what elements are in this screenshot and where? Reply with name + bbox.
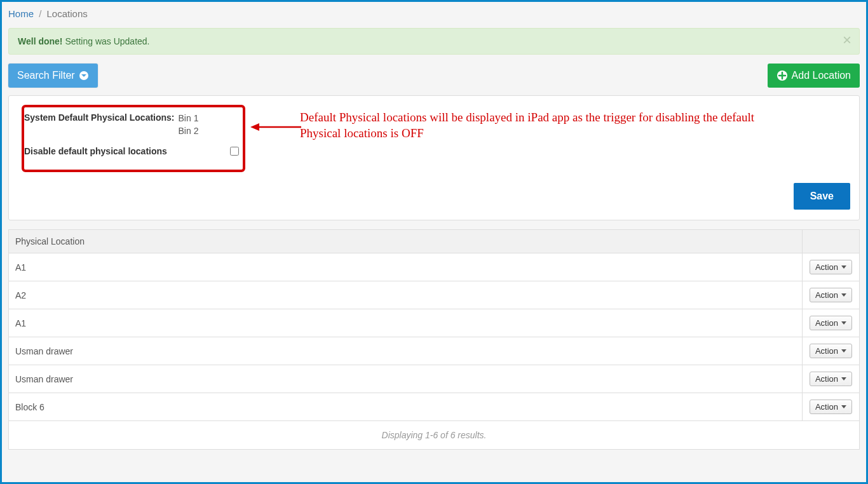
action-cell: Action [803,309,860,337]
action-label: Action [815,262,838,272]
toolbar: Search Filter Add Location [2,64,866,95]
location-cell: A1 [9,309,803,337]
annotation-text: Default Physical locations will be displ… [300,110,757,141]
breadcrumb-current: Locations [47,8,88,19]
alert-strong: Well done! [18,36,63,46]
breadcrumb: Home / Locations [2,2,866,25]
action-label: Action [815,374,838,384]
action-button[interactable]: Action [810,316,852,330]
add-location-label: Add Location [792,70,851,81]
action-cell: Action [803,253,860,281]
table-row: Usman drawerAction [9,365,860,393]
disable-default-label: Disable default physical locations [24,146,167,156]
action-cell: Action [803,281,860,309]
action-button[interactable]: Action [810,260,852,274]
default-bin-0: Bin 1 [179,112,199,125]
table-header-location[interactable]: Physical Location [9,230,803,253]
table-row: A1Action [9,253,860,281]
chevron-down-icon [841,349,846,353]
location-cell: A2 [9,281,803,309]
location-cell: A1 [9,253,803,281]
action-button[interactable]: Action [810,344,852,358]
breadcrumb-separator: / [39,8,41,19]
chevron-down-icon [79,71,89,81]
alert-success: Well done! Setting was Updated. × [8,28,860,55]
pager-text: Displaying 1-6 of 6 results. [8,421,860,450]
action-cell: Action [803,365,860,393]
plus-icon [776,70,788,81]
default-bin-1: Bin 2 [179,125,199,138]
action-button[interactable]: Action [810,400,852,414]
location-cell: Block 6 [9,393,803,421]
search-filter-label: Search Filter [17,70,75,81]
action-label: Action [815,290,838,300]
action-label: Action [815,346,838,356]
table-row: Block 6Action [9,393,860,421]
chevron-down-icon [841,266,846,269]
table-header-action [803,230,860,253]
svg-marker-3 [250,123,259,131]
action-button[interactable]: Action [810,288,852,302]
table-row: A1Action [9,309,860,337]
action-cell: Action [803,337,860,365]
disable-default-checkbox[interactable] [230,147,239,156]
chevron-down-icon [841,377,846,380]
action-label: Action [815,318,838,328]
chevron-down-icon [841,405,846,408]
default-locations-values: Bin 1 Bin 2 [179,112,199,137]
location-cell: Usman drawer [9,365,803,393]
action-label: Action [815,402,838,412]
locations-table: Physical Location A1ActionA2ActionA1Acti… [8,229,860,421]
close-icon[interactable]: × [843,32,851,48]
search-filter-button[interactable]: Search Filter [8,64,98,88]
table-row: A2Action [9,281,860,309]
chevron-down-icon [841,293,846,297]
alert-text: Setting was Updated. [63,36,150,46]
settings-panel: System Default Physical Locations: Bin 1… [8,95,860,220]
chevron-down-icon [841,321,846,325]
annotation-arrow [250,123,301,126]
add-location-button[interactable]: Add Location [768,64,860,88]
location-cell: Usman drawer [9,337,803,365]
table-row: Usman drawerAction [9,337,860,365]
action-cell: Action [803,393,860,421]
action-button[interactable]: Action [810,372,852,386]
save-button[interactable]: Save [794,183,850,210]
breadcrumb-home[interactable]: Home [8,8,34,19]
default-locations-label: System Default Physical Locations: [24,112,175,123]
